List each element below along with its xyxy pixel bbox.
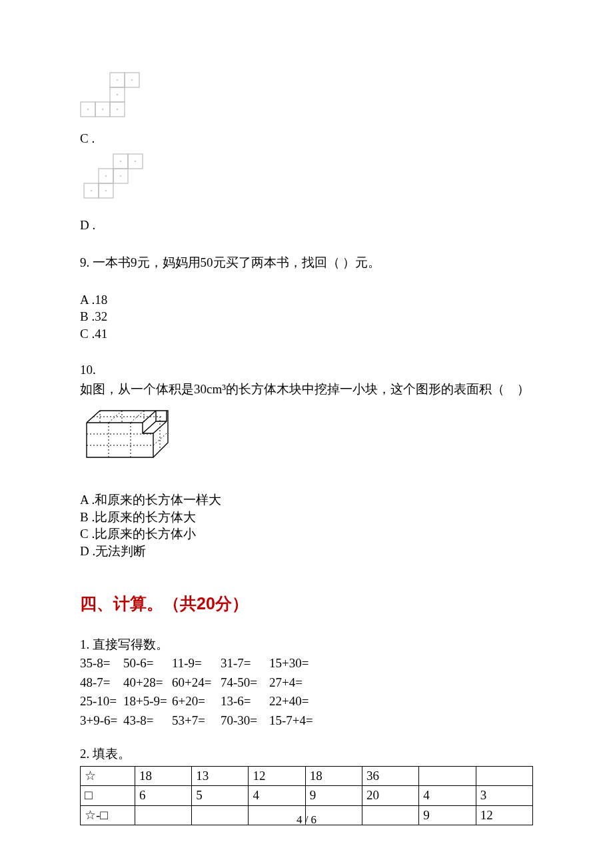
table-row: □ 6 5 4 9 20 4 3 [81,786,533,806]
svg-point-23 [105,190,107,191]
section4-q2-title: 2. 填表。 [80,745,533,764]
q9-option-b: B .32 [80,308,533,325]
section-4-heading: 四、计算。（共20分） [80,591,533,617]
calc-row: 3+9-6=43-8=53+7=70-30=15-7+4= [80,711,533,731]
svg-point-20 [105,175,107,177]
fill-r2c8: 3 [476,786,532,806]
q10-number: 10. [80,361,533,380]
calc-cell: 50-6= [123,654,172,673]
fill-r2c5: 9 [305,786,362,806]
fill-r2c6: 20 [362,786,419,806]
q10-option-d: D .无法判断 [80,543,533,560]
fill-r1c4: 12 [249,766,305,786]
calc-rows: 35-8=50-6=11-9=31-7=15+30=48-7=40+28=60+… [80,654,533,730]
page-number: 4 / 6 [0,811,613,829]
calc-cell: 15+30= [269,654,322,673]
svg-point-11 [117,109,118,110]
calc-cell: 48-7= [80,673,123,693]
fill-r1c8 [476,766,532,786]
calc-cell: 22+40= [269,692,322,711]
calc-cell: 27+4= [269,673,322,693]
svg-point-18 [120,161,121,162]
svg-point-6 [117,79,118,81]
calc-row: 25-10=18+5-9=6+20=13-6=22+40= [80,692,533,711]
svg-point-19 [135,161,136,162]
q10-option-c: C .比原来的长方体小 [80,525,533,543]
fill-r1c1: ☆ [81,766,135,786]
q10-option-b: B .比原来的长方体大 [80,509,533,526]
q8-option-d-label: D . [80,218,95,232]
calc-cell: 74-50= [221,673,269,693]
calc-cell: 18+5-9= [123,692,172,711]
q9-text: 9. 一本书9元，妈妈用50元买了两本书，找回（ ）元。 [80,253,533,273]
calc-cell: 60+24= [172,673,221,693]
svg-point-10 [102,109,103,110]
fill-r1c5: 18 [305,766,362,786]
fill-r2c2: 6 [135,786,191,806]
fill-r2c7: 4 [419,786,476,806]
calc-cell: 31-7= [221,654,269,673]
svg-point-7 [131,79,133,81]
q10-text: 如图，从一个体积是30cm³的长方体木块中挖掉一小块，这个图形的表面积（ ） [80,380,533,399]
calc-cell: 35-8= [80,654,123,673]
fill-r1c7 [419,766,476,786]
q10-option-a: A .和原来的长方体一样大 [80,491,533,509]
svg-point-9 [87,109,89,110]
fill-r1c2: 18 [135,766,191,786]
svg-point-22 [91,190,92,191]
calc-cell: 6+20= [172,692,221,711]
q8-option-c: C . [80,70,533,148]
calc-cell: 25-10= [80,692,123,711]
question-9: 9. 一本书9元，妈妈用50元买了两本书，找回（ ）元。 A .18 B .32… [80,253,533,342]
fill-r2c1: □ [81,786,135,806]
q8-option-c-figure [80,70,143,122]
q8-option-c-label: C . [80,131,95,145]
fill-r1c6: 36 [362,766,419,786]
q9-option-c: C .41 [80,325,533,343]
table-row: ☆ 18 13 12 18 36 [81,766,533,786]
calc-cell: 15-7+4= [269,711,322,731]
q8-option-d-figure [80,152,145,209]
calc-row: 35-8=50-6=11-9=31-7=15+30= [80,654,533,673]
fill-r1c3: 13 [192,766,249,786]
calc-cell: 43-8= [123,711,172,731]
section4-q1: 1. 直接写得数。 35-8=50-6=11-9=31-7=15+30=48-7… [80,635,533,731]
calc-cell: 11-9= [172,654,221,673]
svg-point-8 [117,94,118,95]
calc-cell: 53+7= [172,711,221,731]
calc-row: 48-7=40+28=60+24=74-50=27+4= [80,673,533,693]
calc-cell: 70-30= [221,711,269,731]
fill-r2c4: 4 [249,786,305,806]
question-10: 10. 如图，从一个体积是30cm³的长方体木块中挖掉一小块，这个图形的表面积（… [80,361,533,559]
svg-point-21 [120,175,121,177]
calc-cell: 3+9-6= [80,711,123,731]
section4-q1-title: 1. 直接写得数。 [80,635,533,655]
fill-r2c3: 5 [192,786,249,806]
q9-options: A .18 B .32 C .41 [80,291,533,343]
q8-option-d: D . [80,148,533,235]
q10-figure [80,403,533,467]
calc-cell: 40+28= [123,673,172,693]
q9-option-a: A .18 [80,291,533,309]
q10-options: A .和原来的长方体一样大 B .比原来的长方体大 C .比原来的长方体小 D … [80,491,533,560]
calc-cell: 13-6= [221,692,269,711]
